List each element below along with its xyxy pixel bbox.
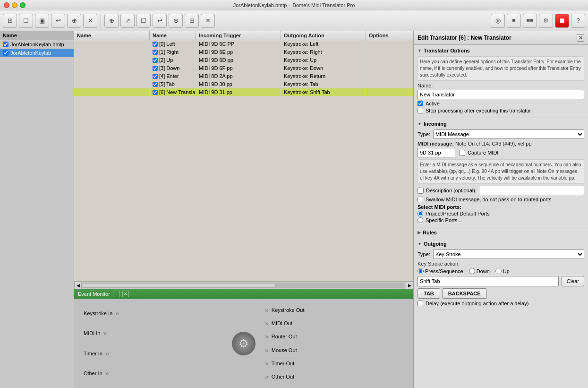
table-row[interactable]: [0] Left MIDI 9D 6C PP Keystroke: Left: [74, 40, 413, 48]
event-monitor-minimize-btn[interactable]: _: [113, 291, 119, 297]
hex-input-row: Capture MIDI: [418, 148, 584, 157]
translator-options-header[interactable]: ▼ Translator Options: [418, 48, 584, 53]
toolbar-new-btn[interactable]: ☐: [19, 14, 33, 28]
toolbar-help-btn[interactable]: ?: [571, 14, 585, 28]
router-out-arrow: »: [265, 333, 269, 340]
port-default-radio[interactable]: [418, 211, 423, 216]
scroll-right-btn[interactable]: ▶: [406, 282, 413, 289]
row-6-checkbox[interactable]: [153, 90, 158, 95]
toolbar-settings-btn[interactable]: ⚙: [539, 14, 553, 28]
toolbar-record-btn[interactable]: ▣: [35, 14, 49, 28]
tab-key-button[interactable]: TAB: [418, 288, 440, 299]
td-name-0: [74, 40, 150, 48]
toolbar-add3-btn[interactable]: ⊕: [169, 14, 183, 28]
center-and-bottom: Name Name Incoming Trigger Outgoing Acti…: [74, 31, 413, 388]
rules-header[interactable]: ▶ Rules: [418, 230, 584, 235]
project-item-keylab[interactable]: JorAbletonKeylab: [0, 49, 74, 57]
row-3-checkbox[interactable]: [153, 66, 158, 71]
event-monitor-close-btn[interactable]: ✕: [122, 291, 129, 297]
row-1-checkbox[interactable]: [153, 50, 158, 55]
active-checkbox[interactable]: [418, 101, 423, 106]
up-radio[interactable]: [495, 268, 502, 274]
em-mouse-out: » Mouse Out: [265, 346, 404, 354]
toolbar-undo2-btn[interactable]: ↩: [153, 14, 167, 28]
table-row[interactable]: [4] Enter MIDI 8D 2A pp Keystroke: Retur…: [74, 72, 413, 80]
outgoing-section: ▼ Outgoing Type: Key Stroke Key Stroke a…: [414, 238, 588, 310]
desc-input[interactable]: [479, 186, 584, 195]
scroll-thumb[interactable]: [83, 283, 276, 288]
table-row[interactable]: [2] Up MIDI 9D 6D pp Keystroke: Up: [74, 56, 413, 64]
other-in-label: Other In: [84, 371, 102, 376]
delay-checkbox[interactable]: [418, 301, 423, 306]
toolbar-sep1: [101, 14, 101, 28]
mouse-out-label: Mouse Out: [272, 347, 297, 353]
clear-button[interactable]: Clear: [562, 276, 584, 286]
row-2-checkbox[interactable]: [153, 58, 158, 63]
td-options-2: [366, 56, 413, 64]
backspace-key-button[interactable]: BACKSPACE: [442, 288, 487, 299]
incoming-label: Incoming: [424, 121, 447, 127]
row-0-checkbox[interactable]: [153, 42, 158, 47]
press-seq-radio[interactable]: [418, 268, 424, 274]
table-row[interactable]: [1] Right MIDI 9D 6E pp Keystroke: Right: [74, 48, 413, 56]
project-keylab-checkbox[interactable]: [3, 50, 9, 56]
left-panel: Name JorAbletonKeylab.bmtp JorAbletonKey…: [0, 31, 74, 388]
rules-arrow: ▶: [418, 230, 421, 235]
table-row[interactable]: [3] Down MIDI 9D 6F pp Keystroke: Down: [74, 64, 413, 72]
port-specific-radio[interactable]: [418, 217, 423, 223]
toolbar-grid-btn[interactable]: ⊞: [185, 14, 199, 28]
translator-options-section: ▼ Translator Options Here you can define…: [414, 45, 588, 118]
keystroke-in-label: Keystroke In: [84, 310, 112, 316]
toolbar-columns-btn[interactable]: ≡≡: [523, 14, 537, 28]
toolbar-delete-btn[interactable]: ✕: [83, 14, 97, 28]
maximize-button[interactable]: [20, 2, 26, 8]
toolbar-undo-btn[interactable]: ↩: [51, 14, 65, 28]
toolbar-arrow-btn[interactable]: ↗: [120, 14, 135, 28]
scroll-track[interactable]: [83, 283, 405, 288]
toolbar-copy-btn[interactable]: ☐: [136, 14, 151, 28]
stop-processing-checkbox[interactable]: [418, 108, 423, 113]
project-item-bmtp[interactable]: JorAbletonKeylab.bmtp: [0, 40, 74, 49]
incoming-type-select[interactable]: MIDI Message: [433, 129, 584, 139]
toolbar-list-btn[interactable]: ≡: [507, 14, 521, 28]
scroll-left-btn[interactable]: ◀: [74, 282, 82, 289]
toolbar-monitor-btn[interactable]: ◎: [491, 14, 505, 28]
minimize-button[interactable]: [12, 2, 17, 8]
toolbar-add2-btn[interactable]: ⊕: [104, 14, 119, 28]
midi-out-arrow: »: [265, 319, 269, 327]
keystroke-value-input[interactable]: [418, 276, 559, 286]
incoming-header[interactable]: ▼ Incoming: [418, 121, 584, 127]
toolbar-stop-btn[interactable]: ⏹: [555, 14, 569, 28]
rp-close-btn[interactable]: ✕: [577, 34, 584, 42]
hex-input[interactable]: [418, 148, 455, 157]
port-default-row: Project/Preset Default Ports: [418, 211, 584, 216]
translator-name-input[interactable]: [418, 90, 584, 99]
horizontal-scrollbar[interactable]: ◀ ▶: [74, 281, 413, 289]
outgoing-header[interactable]: ▼ Outgoing: [418, 241, 584, 247]
td-outgoing-2: Keystroke: Up: [281, 56, 366, 64]
desc-checkbox[interactable]: [418, 188, 424, 194]
toolbar-preset-btn[interactable]: ⊞: [3, 14, 17, 28]
em-keystroke-out: » Keystroke Out: [265, 306, 404, 314]
toolbar-close-btn[interactable]: ✕: [201, 14, 215, 28]
window-controls[interactable]: [4, 2, 26, 8]
table-row[interactable]: [5] Tab MIDI 9D 30 pp Keystroke: Tab: [74, 80, 413, 88]
midi-message-row: MIDI message: Note On ch.14: C#3 (#49), …: [418, 141, 584, 147]
rules-label: Rules: [423, 230, 437, 235]
outgoing-type-select[interactable]: Key Stroke: [433, 250, 584, 259]
row-5-checkbox[interactable]: [153, 82, 158, 87]
toolbar-add-btn[interactable]: ⊕: [67, 14, 81, 28]
project-keylab-label: JorAbletonKeylab: [10, 50, 51, 56]
td-translator-3: [3] Down: [150, 64, 196, 72]
capture-midi-checkbox[interactable]: [459, 150, 465, 156]
td-outgoing-6: Keystroke: Shift Tab: [281, 88, 366, 96]
rp-header: Edit Translator [6] : New Translator ✕: [414, 31, 588, 45]
project-bmtp-checkbox[interactable]: [3, 42, 9, 47]
close-button[interactable]: [4, 2, 9, 8]
row-4-checkbox[interactable]: [153, 74, 158, 79]
down-radio[interactable]: [469, 268, 475, 274]
em-keystroke-in: Keystroke In »: [84, 310, 222, 317]
td-translator-1: [1] Right: [150, 48, 196, 56]
table-row-selected[interactable]: [6] New Translator MIDI 9D 31 pp Keystro…: [74, 88, 413, 96]
swallow-checkbox[interactable]: [418, 197, 423, 202]
